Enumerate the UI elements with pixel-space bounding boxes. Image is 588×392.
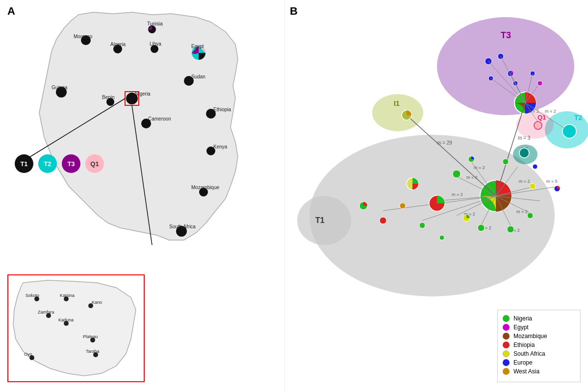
svg-text:T2: T2 xyxy=(574,114,583,122)
svg-text:Sudan: Sudan xyxy=(191,74,205,79)
svg-text:Taraba: Taraba xyxy=(86,349,100,354)
svg-text:Ethiopia: Ethiopia xyxy=(213,107,231,112)
legend-a: T1 T2 T3 Q1 xyxy=(15,154,104,173)
legend-t2: T2 xyxy=(38,154,57,173)
svg-text:Egypt: Egypt xyxy=(191,44,204,49)
svg-text:m = 2: m = 2 xyxy=(452,192,463,197)
europe-dot xyxy=(503,359,510,366)
africa-map: Morocco Tunisia Algeria Libya Egypt xyxy=(15,10,275,245)
svg-text:Plateau: Plateau xyxy=(83,334,98,339)
ethiopia-dot xyxy=(503,342,510,348)
southafrica-label: South Africa xyxy=(513,350,545,357)
legend-q1: Q1 xyxy=(85,154,104,173)
nigeria-dot xyxy=(503,315,510,322)
svg-point-101 xyxy=(478,224,485,231)
svg-text:Libya: Libya xyxy=(150,41,161,47)
legend-b-nigeria: Nigeria xyxy=(503,315,575,322)
svg-text:T1: T1 xyxy=(315,216,325,224)
svg-text:Katsina: Katsina xyxy=(60,293,75,298)
svg-text:Q1: Q1 xyxy=(537,114,546,121)
svg-point-107 xyxy=(380,217,386,224)
svg-text:m = 2: m = 2 xyxy=(516,209,528,214)
svg-text:m = 3: m = 3 xyxy=(518,135,531,141)
legend-b-egypt: Egypt xyxy=(503,324,575,331)
network-diagram: T3 T2 I1 T5 Q1 T1 m = 29 m = 3 xyxy=(285,10,588,299)
svg-point-111 xyxy=(503,159,509,165)
svg-text:Benin: Benin xyxy=(102,95,115,100)
egypt-dot xyxy=(503,324,510,331)
legend-b-westasia: West Asia xyxy=(503,368,575,375)
svg-text:m = 5: m = 5 xyxy=(546,179,558,184)
svg-point-94 xyxy=(519,148,529,158)
egypt-label: Egypt xyxy=(513,324,529,331)
svg-point-95 xyxy=(534,122,542,129)
svg-text:Zamfara: Zamfara xyxy=(38,310,54,315)
legend-t1: T1 xyxy=(15,154,33,173)
westasia-dot xyxy=(503,368,510,375)
nigeria-inset: Sokoto Katsina Kano Zamfara Kaduna Plate… xyxy=(7,274,145,382)
panel-a: A Morocco Tunisia Algeria Lib xyxy=(0,0,284,392)
svg-point-103 xyxy=(527,213,533,219)
svg-text:Kaduna: Kaduna xyxy=(58,318,74,322)
svg-point-110 xyxy=(439,235,444,240)
westasia-label: West Asia xyxy=(513,368,539,375)
southafrica-dot xyxy=(503,350,510,357)
panel-b: B T3 T2 I1 T5 Q1 T1 xyxy=(284,0,588,392)
svg-point-104 xyxy=(530,183,536,189)
svg-text:Morocco: Morocco xyxy=(74,34,93,39)
legend-b-ethiopia: Ethiopia xyxy=(503,342,575,348)
nigeria-label: Nigeria xyxy=(513,315,532,322)
svg-point-105 xyxy=(533,164,537,169)
svg-text:South Africa: South Africa xyxy=(169,224,196,229)
panel-a-label: A xyxy=(7,5,15,18)
svg-text:Mozambique: Mozambique xyxy=(191,185,220,190)
mozambique-dot xyxy=(503,333,510,340)
svg-text:m = 29: m = 29 xyxy=(437,140,452,146)
svg-text:Guinea: Guinea xyxy=(51,85,68,90)
legend-b: Nigeria Egypt Mozambique Ethiopia South … xyxy=(497,310,581,382)
svg-text:Nigeria: Nigeria xyxy=(135,91,151,97)
svg-point-99 xyxy=(453,170,460,178)
svg-text:Oyo: Oyo xyxy=(24,352,32,357)
legend-b-southafrica: South Africa xyxy=(503,350,575,357)
svg-text:m = 2: m = 2 xyxy=(466,175,478,180)
svg-text:Tunisia: Tunisia xyxy=(147,21,163,26)
svg-text:Algeria: Algeria xyxy=(110,42,126,47)
svg-text:T3: T3 xyxy=(501,30,511,40)
svg-text:I1: I1 xyxy=(394,99,400,107)
europe-label: Europe xyxy=(513,359,533,366)
legend-t3: T3 xyxy=(62,154,80,173)
svg-point-109 xyxy=(400,203,406,209)
svg-text:Cameroon: Cameroon xyxy=(148,116,171,122)
legend-b-mozambique: Mozambique xyxy=(503,333,575,340)
legend-b-europe: Europe xyxy=(503,359,575,366)
svg-point-90 xyxy=(562,124,576,138)
ethiopia-label: Ethiopia xyxy=(513,342,535,348)
svg-text:m = 3: m = 3 xyxy=(528,109,539,114)
svg-text:Kano: Kano xyxy=(92,300,102,305)
svg-text:m = 2: m = 2 xyxy=(519,179,530,184)
svg-point-108 xyxy=(419,222,425,228)
svg-text:m = 2: m = 2 xyxy=(545,109,556,114)
mozambique-label: Mozambique xyxy=(513,333,547,340)
svg-text:m = 2: m = 2 xyxy=(474,165,485,170)
svg-point-102 xyxy=(507,226,514,233)
svg-text:Sokoto: Sokoto xyxy=(26,293,39,298)
svg-text:Kenya: Kenya xyxy=(213,144,228,149)
